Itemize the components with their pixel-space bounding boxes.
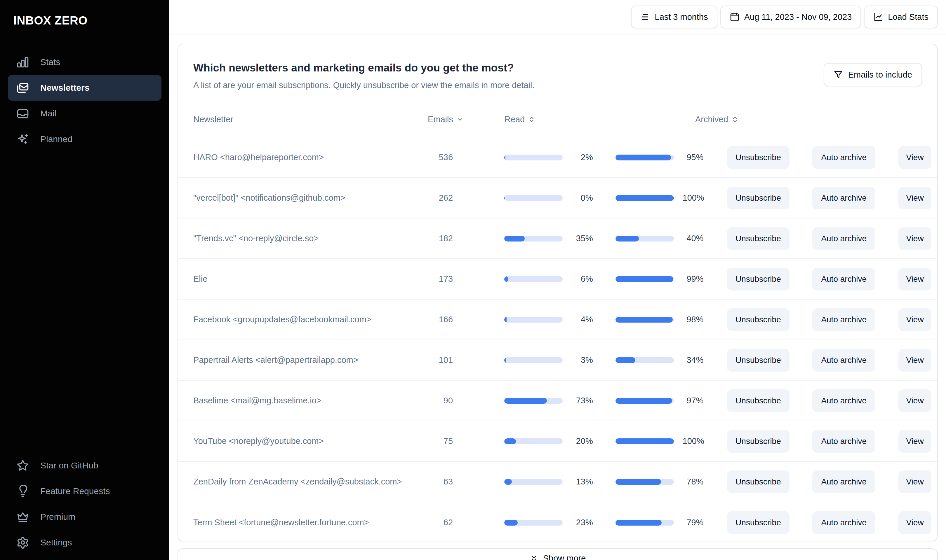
read-progress-bar [504, 155, 563, 160]
unsubscribe-button[interactable]: Unsubscribe [727, 146, 790, 169]
read-progress-bar [504, 438, 563, 444]
column-header-emails[interactable]: Emails [436, 115, 453, 124]
emails-count: 262 [435, 193, 453, 203]
view-button[interactable]: View [898, 430, 931, 453]
newsletter-name: Facebook <groupupdates@facebookmail.com> [193, 315, 435, 324]
unsubscribe-button[interactable]: Unsubscribe [727, 187, 790, 209]
read-progress-bar [504, 520, 563, 526]
sidebar-footer-nav: Star on GitHubFeature RequestsPremiumSet… [0, 453, 169, 555]
newsletter-name: HARO <haro@helpareporter.com> [193, 152, 435, 162]
view-button[interactable]: View [898, 471, 931, 493]
page-subtitle: A list of are your email subscriptions. … [193, 80, 922, 90]
sidebar-item-label: Feature Requests [40, 486, 110, 496]
view-button[interactable]: View [898, 308, 931, 331]
sidebar-item-label: Newsletters [40, 83, 90, 93]
sidebar-item-planned[interactable]: Planned [8, 126, 162, 152]
sidebar: INBOX ZERO StatsNewslettersMailPlanned S… [0, 0, 169, 560]
newsletter-name: YouTube <noreply@youtube.com> [193, 436, 435, 446]
newsletter-name: Term Sheet <fortune@newsletter.fortune.c… [193, 518, 435, 527]
auto-archive-button[interactable]: Auto archive [812, 511, 875, 534]
emails-count: 90 [435, 396, 453, 405]
auto-archive-button[interactable]: Auto archive [812, 471, 875, 493]
read-progress-bar [504, 479, 563, 485]
unsubscribe-button[interactable]: Unsubscribe [727, 308, 790, 331]
table-header: Newsletter Emails Read Archived [178, 102, 937, 137]
date-range-picker-button[interactable]: Aug 11, 2023 - Nov 09, 2023 [720, 6, 861, 28]
view-button[interactable]: View [898, 511, 931, 534]
unsubscribe-button[interactable]: Unsubscribe [727, 471, 790, 493]
table-row: Term Sheet <fortune@newsletter.fortune.c… [178, 502, 937, 542]
archived-progress-bar [616, 317, 674, 323]
column-header-read[interactable]: Read [505, 115, 563, 124]
column-header-newsletter: Newsletter [193, 115, 436, 124]
star-icon [16, 459, 29, 472]
auto-archive-button[interactable]: Auto archive [812, 349, 875, 372]
archived-percent: 95% [683, 152, 704, 162]
archived-percent: 100% [683, 193, 704, 203]
bar-chart-icon [16, 56, 29, 69]
sidebar-item-mail[interactable]: Mail [8, 101, 162, 126]
table-row: Baselime <mail@mg.baselime.io> 90 73% 97… [178, 381, 937, 421]
view-button[interactable]: View [898, 227, 931, 250]
newsletter-name: "vercel[bot]" <notifications@github.com> [193, 193, 435, 203]
view-button[interactable]: View [898, 349, 931, 372]
emails-count: 101 [435, 355, 453, 365]
archived-progress-bar [616, 155, 674, 160]
archived-progress-bar [616, 479, 674, 485]
sidebar-item-newsletters[interactable]: Newsletters [8, 75, 162, 101]
emails-count: 536 [435, 152, 453, 162]
archived-progress-bar [616, 276, 674, 282]
unsubscribe-button[interactable]: Unsubscribe [727, 511, 790, 534]
emails-count: 182 [435, 234, 453, 243]
emails-to-include-button[interactable]: Emails to include [824, 63, 922, 86]
show-more-label: Show more [543, 554, 586, 560]
main-area: Last 3 months Aug 11, 2023 - Nov 09, 202… [169, 0, 946, 560]
auto-archive-button[interactable]: Auto archive [812, 389, 875, 412]
emails-count: 166 [435, 315, 453, 324]
view-button[interactable]: View [898, 146, 931, 169]
auto-archive-button[interactable]: Auto archive [812, 430, 875, 453]
archived-percent: 98% [683, 315, 704, 324]
auto-archive-button[interactable]: Auto archive [812, 227, 875, 250]
lightbulb-icon [16, 485, 29, 498]
unsubscribe-button[interactable]: Unsubscribe [727, 430, 790, 453]
sidebar-item-star-on-github[interactable]: Star on GitHub [8, 453, 162, 478]
unsubscribe-button[interactable]: Unsubscribe [727, 349, 790, 372]
view-button[interactable]: View [898, 187, 931, 209]
emails-to-include-label: Emails to include [848, 70, 912, 80]
sidebar-item-label: Star on GitHub [40, 460, 98, 471]
sparkles-icon [16, 133, 29, 146]
auto-archive-button[interactable]: Auto archive [812, 146, 875, 169]
show-more-button[interactable]: Show more [177, 548, 938, 560]
funnel-icon [833, 70, 843, 79]
view-button[interactable]: View [898, 389, 931, 412]
view-button[interactable]: View [898, 268, 931, 291]
newsletter-name: ZenDaily from ZenAcademy <zendaily@subst… [193, 477, 435, 486]
date-range-value: Aug 11, 2023 - Nov 09, 2023 [744, 12, 852, 22]
sidebar-item-settings[interactable]: Settings [8, 530, 162, 555]
unsubscribe-button[interactable]: Unsubscribe [727, 227, 790, 250]
sidebar-item-stats[interactable]: Stats [8, 49, 162, 75]
chevrons-down-icon [529, 554, 539, 560]
read-progress-bar [504, 357, 563, 363]
auto-archive-button[interactable]: Auto archive [812, 187, 875, 209]
read-percent: 6% [571, 274, 593, 284]
sidebar-item-feature-requests[interactable]: Feature Requests [8, 478, 162, 504]
unsubscribe-button[interactable]: Unsubscribe [727, 389, 790, 412]
archived-progress-bar [616, 520, 674, 526]
read-percent: 4% [571, 315, 593, 324]
read-progress-bar [504, 398, 563, 404]
filter-lines-icon [640, 12, 650, 22]
auto-archive-button[interactable]: Auto archive [812, 308, 875, 331]
mails-icon [16, 82, 29, 94]
load-stats-button[interactable]: Load Stats [864, 6, 938, 28]
newsletter-name: Baselime <mail@mg.baselime.io> [193, 396, 435, 405]
auto-archive-button[interactable]: Auto archive [812, 268, 875, 291]
sidebar-nav: StatsNewslettersMailPlanned [0, 49, 169, 152]
unsubscribe-button[interactable]: Unsubscribe [727, 268, 790, 291]
sidebar-item-premium[interactable]: Premium [8, 504, 162, 530]
column-header-archived[interactable]: Archived [695, 115, 753, 124]
inbox-icon [16, 107, 29, 120]
calendar-icon [730, 12, 739, 22]
date-range-preset-button[interactable]: Last 3 months [631, 6, 718, 28]
